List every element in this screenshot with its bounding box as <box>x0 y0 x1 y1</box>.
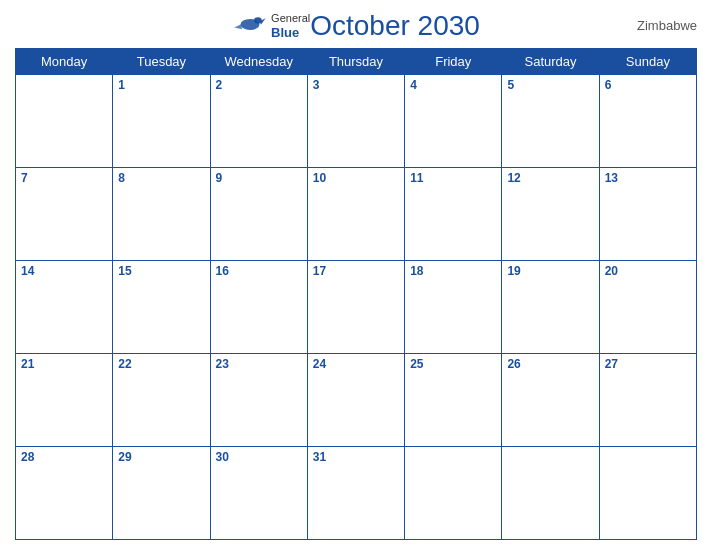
col-wednesday: Wednesday <box>210 49 307 75</box>
day-number: 2 <box>216 78 302 92</box>
day-number: 17 <box>313 264 399 278</box>
svg-point-3 <box>254 17 262 23</box>
day-number: 8 <box>118 171 204 185</box>
calendar-cell: 24 <box>307 354 404 447</box>
day-number: 1 <box>118 78 204 92</box>
day-number: 13 <box>605 171 691 185</box>
day-number: 15 <box>118 264 204 278</box>
calendar-cell: 23 <box>210 354 307 447</box>
calendar-cell: 21 <box>16 354 113 447</box>
col-tuesday: Tuesday <box>113 49 210 75</box>
logo: General Blue <box>232 12 310 41</box>
calendar-cell <box>405 447 502 540</box>
day-number: 12 <box>507 171 593 185</box>
calendar-cell: 10 <box>307 168 404 261</box>
calendar-cell: 19 <box>502 261 599 354</box>
calendar-cell: 3 <box>307 75 404 168</box>
day-number: 22 <box>118 357 204 371</box>
calendar-title: October 2030 <box>310 10 480 42</box>
calendar-cell: 2 <box>210 75 307 168</box>
day-number: 25 <box>410 357 496 371</box>
calendar-cell <box>16 75 113 168</box>
calendar-row: 14151617181920 <box>16 261 697 354</box>
calendar-body: 1234567891011121314151617181920212223242… <box>16 75 697 540</box>
calendar-cell: 18 <box>405 261 502 354</box>
logo-general: General <box>271 12 310 25</box>
calendar-cell: 16 <box>210 261 307 354</box>
day-number: 7 <box>21 171 107 185</box>
day-number: 9 <box>216 171 302 185</box>
day-number: 20 <box>605 264 691 278</box>
calendar-cell: 6 <box>599 75 696 168</box>
day-number: 4 <box>410 78 496 92</box>
col-thursday: Thursday <box>307 49 404 75</box>
day-number: 3 <box>313 78 399 92</box>
calendar-cell <box>599 447 696 540</box>
day-number: 24 <box>313 357 399 371</box>
calendar-cell: 13 <box>599 168 696 261</box>
calendar-cell: 26 <box>502 354 599 447</box>
calendar-wrapper: General Blue October 2030 Zimbabwe Monda… <box>0 0 712 550</box>
logo-text: General Blue <box>271 12 310 41</box>
day-number: 14 <box>21 264 107 278</box>
calendar-cell: 1 <box>113 75 210 168</box>
day-number: 19 <box>507 264 593 278</box>
calendar-cell: 4 <box>405 75 502 168</box>
weekday-header-row: Monday Tuesday Wednesday Thursday Friday… <box>16 49 697 75</box>
calendar-cell: 15 <box>113 261 210 354</box>
day-number: 26 <box>507 357 593 371</box>
day-number: 5 <box>507 78 593 92</box>
country-label: Zimbabwe <box>637 18 697 33</box>
day-number: 23 <box>216 357 302 371</box>
calendar-cell <box>502 447 599 540</box>
calendar-cell: 30 <box>210 447 307 540</box>
logo-blue: Blue <box>271 25 299 41</box>
calendar-row: 78910111213 <box>16 168 697 261</box>
day-number: 21 <box>21 357 107 371</box>
calendar-cell: 22 <box>113 354 210 447</box>
calendar-cell: 9 <box>210 168 307 261</box>
day-number: 27 <box>605 357 691 371</box>
calendar-header: General Blue October 2030 Zimbabwe <box>15 10 697 42</box>
calendar-cell: 14 <box>16 261 113 354</box>
day-number: 16 <box>216 264 302 278</box>
calendar-cell: 27 <box>599 354 696 447</box>
calendar-cell: 29 <box>113 447 210 540</box>
calendar-cell: 28 <box>16 447 113 540</box>
col-monday: Monday <box>16 49 113 75</box>
col-friday: Friday <box>405 49 502 75</box>
day-number: 6 <box>605 78 691 92</box>
col-sunday: Sunday <box>599 49 696 75</box>
day-number: 30 <box>216 450 302 464</box>
calendar-cell: 11 <box>405 168 502 261</box>
calendar-row: 28293031 <box>16 447 697 540</box>
calendar-cell: 12 <box>502 168 599 261</box>
calendar-cell: 31 <box>307 447 404 540</box>
calendar-cell: 7 <box>16 168 113 261</box>
day-number: 11 <box>410 171 496 185</box>
calendar-cell: 8 <box>113 168 210 261</box>
calendar-cell: 17 <box>307 261 404 354</box>
day-number: 18 <box>410 264 496 278</box>
calendar-cell: 20 <box>599 261 696 354</box>
day-number: 29 <box>118 450 204 464</box>
day-number: 28 <box>21 450 107 464</box>
calendar-cell: 25 <box>405 354 502 447</box>
calendar-cell: 5 <box>502 75 599 168</box>
calendar-row: 123456 <box>16 75 697 168</box>
logo-bird-icon <box>232 15 268 37</box>
calendar-thead: Monday Tuesday Wednesday Thursday Friday… <box>16 49 697 75</box>
calendar-table: Monday Tuesday Wednesday Thursday Friday… <box>15 48 697 540</box>
calendar-row: 21222324252627 <box>16 354 697 447</box>
day-number: 31 <box>313 450 399 464</box>
day-number: 10 <box>313 171 399 185</box>
col-saturday: Saturday <box>502 49 599 75</box>
